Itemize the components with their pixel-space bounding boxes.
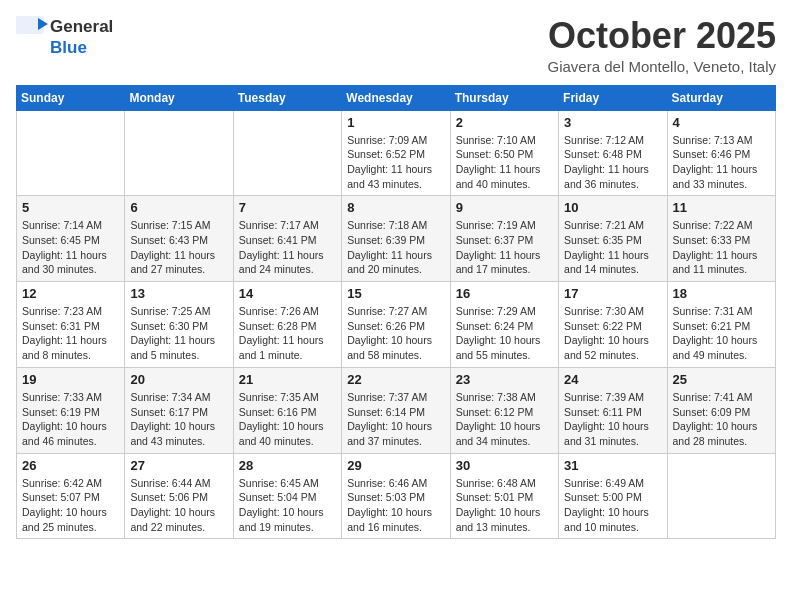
calendar-cell: 26Sunrise: 6:42 AM Sunset: 5:07 PM Dayli…	[17, 453, 125, 539]
calendar-week-2: 5Sunrise: 7:14 AM Sunset: 6:45 PM Daylig…	[17, 196, 776, 282]
day-number: 15	[347, 286, 444, 301]
calendar-week-3: 12Sunrise: 7:23 AM Sunset: 6:31 PM Dayli…	[17, 282, 776, 368]
day-info: Sunrise: 7:37 AM Sunset: 6:14 PM Dayligh…	[347, 390, 444, 449]
calendar-cell: 7Sunrise: 7:17 AM Sunset: 6:41 PM Daylig…	[233, 196, 341, 282]
day-number: 6	[130, 200, 227, 215]
calendar-cell: 5Sunrise: 7:14 AM Sunset: 6:45 PM Daylig…	[17, 196, 125, 282]
calendar-cell: 15Sunrise: 7:27 AM Sunset: 6:26 PM Dayli…	[342, 282, 450, 368]
day-number: 1	[347, 115, 444, 130]
day-number: 13	[130, 286, 227, 301]
calendar-cell: 3Sunrise: 7:12 AM Sunset: 6:48 PM Daylig…	[559, 110, 667, 196]
day-number: 2	[456, 115, 553, 130]
day-info: Sunrise: 7:17 AM Sunset: 6:41 PM Dayligh…	[239, 218, 336, 277]
calendar-cell	[233, 110, 341, 196]
calendar-cell	[17, 110, 125, 196]
day-info: Sunrise: 7:19 AM Sunset: 6:37 PM Dayligh…	[456, 218, 553, 277]
day-number: 10	[564, 200, 661, 215]
logo-icon	[16, 16, 48, 38]
day-number: 8	[347, 200, 444, 215]
day-info: Sunrise: 6:42 AM Sunset: 5:07 PM Dayligh…	[22, 476, 119, 535]
day-info: Sunrise: 7:23 AM Sunset: 6:31 PM Dayligh…	[22, 304, 119, 363]
calendar-cell: 22Sunrise: 7:37 AM Sunset: 6:14 PM Dayli…	[342, 367, 450, 453]
calendar-cell: 21Sunrise: 7:35 AM Sunset: 6:16 PM Dayli…	[233, 367, 341, 453]
month-title: October 2025	[548, 16, 776, 56]
day-number: 9	[456, 200, 553, 215]
calendar-week-5: 26Sunrise: 6:42 AM Sunset: 5:07 PM Dayli…	[17, 453, 776, 539]
page-header: General Blue October 2025 Giavera del Mo…	[16, 16, 776, 75]
day-number: 4	[673, 115, 770, 130]
logo-blue-text: Blue	[50, 38, 87, 58]
weekday-header-monday: Monday	[125, 85, 233, 110]
day-number: 28	[239, 458, 336, 473]
day-number: 24	[564, 372, 661, 387]
weekday-header-wednesday: Wednesday	[342, 85, 450, 110]
calendar-cell: 14Sunrise: 7:26 AM Sunset: 6:28 PM Dayli…	[233, 282, 341, 368]
day-number: 14	[239, 286, 336, 301]
calendar-cell: 30Sunrise: 6:48 AM Sunset: 5:01 PM Dayli…	[450, 453, 558, 539]
day-number: 3	[564, 115, 661, 130]
day-info: Sunrise: 7:13 AM Sunset: 6:46 PM Dayligh…	[673, 133, 770, 192]
weekday-header-friday: Friday	[559, 85, 667, 110]
weekday-header-thursday: Thursday	[450, 85, 558, 110]
day-info: Sunrise: 7:09 AM Sunset: 6:52 PM Dayligh…	[347, 133, 444, 192]
day-number: 7	[239, 200, 336, 215]
day-info: Sunrise: 7:18 AM Sunset: 6:39 PM Dayligh…	[347, 218, 444, 277]
location-title: Giavera del Montello, Veneto, Italy	[548, 58, 776, 75]
day-info: Sunrise: 7:25 AM Sunset: 6:30 PM Dayligh…	[130, 304, 227, 363]
day-number: 21	[239, 372, 336, 387]
day-number: 12	[22, 286, 119, 301]
calendar-title-area: October 2025 Giavera del Montello, Venet…	[548, 16, 776, 75]
day-info: Sunrise: 6:46 AM Sunset: 5:03 PM Dayligh…	[347, 476, 444, 535]
weekday-header-row: SundayMondayTuesdayWednesdayThursdayFrid…	[17, 85, 776, 110]
day-number: 23	[456, 372, 553, 387]
day-info: Sunrise: 7:41 AM Sunset: 6:09 PM Dayligh…	[673, 390, 770, 449]
calendar-cell: 31Sunrise: 6:49 AM Sunset: 5:00 PM Dayli…	[559, 453, 667, 539]
day-info: Sunrise: 6:44 AM Sunset: 5:06 PM Dayligh…	[130, 476, 227, 535]
day-number: 26	[22, 458, 119, 473]
weekday-header-sunday: Sunday	[17, 85, 125, 110]
day-info: Sunrise: 7:26 AM Sunset: 6:28 PM Dayligh…	[239, 304, 336, 363]
calendar-cell: 6Sunrise: 7:15 AM Sunset: 6:43 PM Daylig…	[125, 196, 233, 282]
day-info: Sunrise: 6:48 AM Sunset: 5:01 PM Dayligh…	[456, 476, 553, 535]
day-number: 17	[564, 286, 661, 301]
calendar-cell: 9Sunrise: 7:19 AM Sunset: 6:37 PM Daylig…	[450, 196, 558, 282]
day-info: Sunrise: 7:35 AM Sunset: 6:16 PM Dayligh…	[239, 390, 336, 449]
calendar-cell: 28Sunrise: 6:45 AM Sunset: 5:04 PM Dayli…	[233, 453, 341, 539]
calendar-cell: 29Sunrise: 6:46 AM Sunset: 5:03 PM Dayli…	[342, 453, 450, 539]
calendar-cell	[667, 453, 775, 539]
calendar-cell: 27Sunrise: 6:44 AM Sunset: 5:06 PM Dayli…	[125, 453, 233, 539]
weekday-header-saturday: Saturday	[667, 85, 775, 110]
calendar-week-1: 1Sunrise: 7:09 AM Sunset: 6:52 PM Daylig…	[17, 110, 776, 196]
day-info: Sunrise: 7:10 AM Sunset: 6:50 PM Dayligh…	[456, 133, 553, 192]
day-info: Sunrise: 7:30 AM Sunset: 6:22 PM Dayligh…	[564, 304, 661, 363]
day-number: 29	[347, 458, 444, 473]
day-number: 16	[456, 286, 553, 301]
day-number: 31	[564, 458, 661, 473]
day-number: 30	[456, 458, 553, 473]
day-info: Sunrise: 7:39 AM Sunset: 6:11 PM Dayligh…	[564, 390, 661, 449]
calendar-cell: 13Sunrise: 7:25 AM Sunset: 6:30 PM Dayli…	[125, 282, 233, 368]
day-number: 5	[22, 200, 119, 215]
day-info: Sunrise: 7:38 AM Sunset: 6:12 PM Dayligh…	[456, 390, 553, 449]
day-number: 20	[130, 372, 227, 387]
day-number: 22	[347, 372, 444, 387]
calendar-cell: 19Sunrise: 7:33 AM Sunset: 6:19 PM Dayli…	[17, 367, 125, 453]
day-info: Sunrise: 7:31 AM Sunset: 6:21 PM Dayligh…	[673, 304, 770, 363]
day-info: Sunrise: 7:33 AM Sunset: 6:19 PM Dayligh…	[22, 390, 119, 449]
calendar-cell: 20Sunrise: 7:34 AM Sunset: 6:17 PM Dayli…	[125, 367, 233, 453]
day-info: Sunrise: 7:34 AM Sunset: 6:17 PM Dayligh…	[130, 390, 227, 449]
calendar-cell: 24Sunrise: 7:39 AM Sunset: 6:11 PM Dayli…	[559, 367, 667, 453]
day-info: Sunrise: 7:15 AM Sunset: 6:43 PM Dayligh…	[130, 218, 227, 277]
calendar-cell: 1Sunrise: 7:09 AM Sunset: 6:52 PM Daylig…	[342, 110, 450, 196]
calendar-cell: 10Sunrise: 7:21 AM Sunset: 6:35 PM Dayli…	[559, 196, 667, 282]
calendar-table: SundayMondayTuesdayWednesdayThursdayFrid…	[16, 85, 776, 540]
day-number: 27	[130, 458, 227, 473]
logo-general-text: General	[50, 17, 113, 37]
calendar-cell: 23Sunrise: 7:38 AM Sunset: 6:12 PM Dayli…	[450, 367, 558, 453]
day-number: 25	[673, 372, 770, 387]
logo: General Blue	[16, 16, 113, 58]
day-info: Sunrise: 7:27 AM Sunset: 6:26 PM Dayligh…	[347, 304, 444, 363]
weekday-header-tuesday: Tuesday	[233, 85, 341, 110]
day-info: Sunrise: 7:21 AM Sunset: 6:35 PM Dayligh…	[564, 218, 661, 277]
day-info: Sunrise: 6:45 AM Sunset: 5:04 PM Dayligh…	[239, 476, 336, 535]
